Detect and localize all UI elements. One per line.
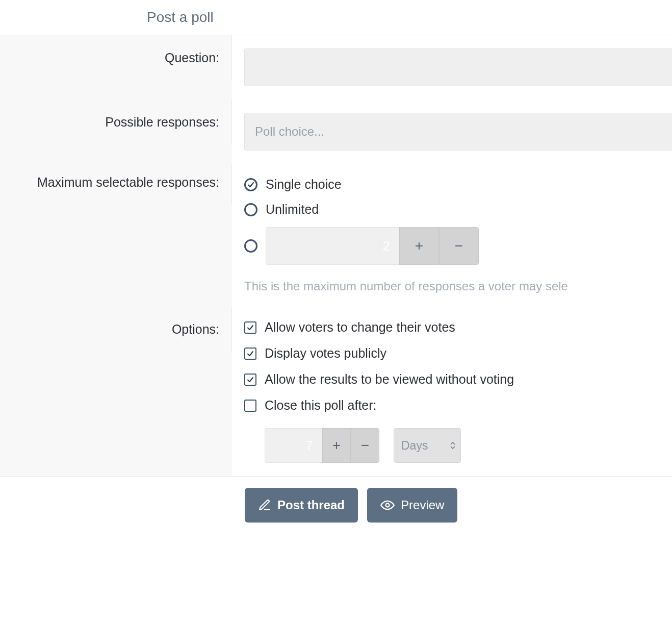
- max-responses-stepper: + −: [266, 227, 479, 265]
- options-col: Allow voters to change their votes Displ…: [232, 307, 672, 476]
- stepper-decrement-button[interactable]: −: [351, 428, 379, 463]
- stepper-increment-button[interactable]: +: [399, 227, 439, 265]
- close-after-controls: + − Days: [265, 428, 672, 463]
- checkbox-checked-icon: [244, 347, 256, 360]
- checkbox-close-after-label: Close this poll after:: [265, 398, 377, 413]
- eye-icon: [380, 498, 395, 512]
- svg-point-0: [386, 504, 390, 507]
- minus-icon: −: [361, 437, 369, 454]
- checkbox-checked-icon: [244, 321, 256, 334]
- post-thread-label: Post thread: [277, 498, 345, 512]
- max-select-col: Single choice Unlimited +: [232, 164, 672, 307]
- checkbox-view-without-vote[interactable]: Allow the results to be viewed without v…: [244, 372, 672, 387]
- radio-unlimited[interactable]: Unlimited: [244, 202, 672, 217]
- question-label: Question:: [0, 35, 232, 81]
- checkbox-checked-icon: [244, 374, 256, 386]
- radio-single-label: Single choice: [266, 177, 342, 192]
- select-arrows-icon: [450, 442, 455, 449]
- checkbox-change-vote-label: Allow voters to change their votes: [265, 320, 455, 335]
- close-after-unit-select[interactable]: Days: [394, 428, 461, 463]
- footer-actions: Post thread Preview: [0, 476, 672, 534]
- stepper-decrement-button[interactable]: −: [439, 227, 479, 265]
- stepper-increment-button[interactable]: +: [322, 428, 351, 463]
- radio-single-choice[interactable]: Single choice: [244, 177, 672, 192]
- row-max-select: Maximum selectable responses: Single cho…: [0, 164, 672, 307]
- radio-unchecked-icon: [244, 203, 257, 216]
- radio-checked-icon: [244, 178, 257, 191]
- close-after-unit-label: Days: [401, 439, 428, 453]
- radio-number[interactable]: [244, 239, 257, 253]
- row-options: Options: Allow voters to change their vo…: [0, 307, 672, 476]
- max-select-helper: This is the maximum number of responses …: [244, 279, 672, 293]
- checkbox-unchecked-icon: [244, 400, 256, 412]
- radio-unlimited-label: Unlimited: [266, 202, 319, 217]
- post-thread-button[interactable]: Post thread: [245, 488, 358, 523]
- poll-choice-input[interactable]: [244, 113, 672, 151]
- close-after-stepper: + −: [265, 428, 379, 463]
- row-responses: Possible responses:: [0, 100, 672, 164]
- question-input-col: [232, 35, 672, 100]
- edit-icon: [258, 499, 271, 512]
- responses-input-col: [232, 100, 672, 164]
- max-select-label: Maximum selectable responses:: [0, 164, 232, 205]
- options-label: Options:: [0, 307, 232, 352]
- checkbox-display-public[interactable]: Display votes publicly: [244, 346, 672, 361]
- preview-button[interactable]: Preview: [367, 488, 457, 523]
- page-title: Post a poll: [0, 0, 672, 35]
- responses-label: Possible responses:: [0, 100, 232, 145]
- poll-form: Question: Possible responses: Maximum se…: [0, 35, 672, 476]
- checkbox-change-vote[interactable]: Allow voters to change their votes: [244, 320, 672, 335]
- checkbox-display-public-label: Display votes publicly: [265, 346, 386, 361]
- max-responses-value[interactable]: [266, 227, 399, 265]
- minus-icon: −: [455, 238, 463, 254]
- checkbox-close-after[interactable]: Close this poll after:: [244, 398, 672, 413]
- plus-icon: +: [332, 437, 341, 454]
- row-question: Question:: [0, 35, 672, 100]
- plus-icon: +: [415, 238, 423, 254]
- question-input[interactable]: [244, 48, 672, 86]
- close-after-value[interactable]: [265, 428, 322, 463]
- preview-label: Preview: [401, 498, 444, 512]
- radio-unchecked-icon: [244, 239, 257, 253]
- checkbox-view-without-vote-label: Allow the results to be viewed without v…: [265, 372, 514, 387]
